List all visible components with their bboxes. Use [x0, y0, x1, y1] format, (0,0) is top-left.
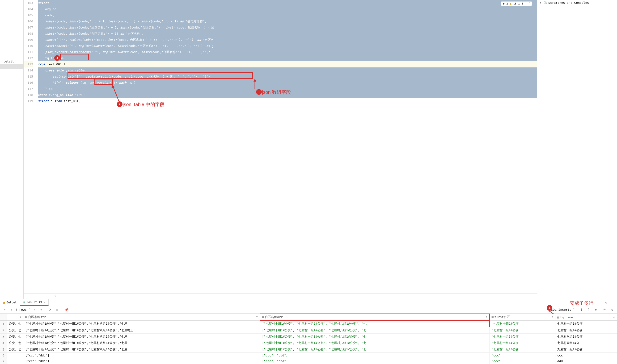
cell[interactable]: 公变、七 — [7, 346, 23, 353]
cell[interactable] — [7, 353, 23, 358]
code-line[interactable]: cast(concat('["', replace(substr(code, i… — [38, 74, 537, 80]
cell[interactable]: ["七屋村十组1#公变", "七屋村一组1#公变", "七屋村八组1#公变", … — [260, 346, 489, 353]
view-icon[interactable]: 👁 — [602, 307, 608, 312]
row-number[interactable]: 1 — [0, 320, 7, 327]
left-item-detail[interactable]: _detail — [0, 59, 23, 64]
table-row[interactable]: 4公变、七["七屋村十组1#公变","七屋村一组1#公变","七屋村八组1#公变… — [0, 340, 617, 346]
cell[interactable]: ["七屋村十组1#公变", "七屋村一组1#公变", "七屋村八组1#公变", … — [260, 327, 489, 334]
rownum-header[interactable] — [0, 314, 7, 320]
line-number[interactable]: 118 — [24, 92, 33, 98]
cell[interactable]: ["七屋村十组1#公变", "七屋村一组1#公变", "七屋村八组1#公变", … — [260, 334, 489, 340]
line-number[interactable]: 112 — [24, 55, 33, 61]
result-grid[interactable]: ♦ ▦台区名称str♦ ▦台区名称arr♦ ▦first台区♦ ▦tq_name… — [0, 313, 617, 364]
cell[interactable]: ["七屋村十组1#公变","七屋村一组1#公变","七屋村八组1#公变","七屋 — [23, 334, 260, 340]
cell[interactable]: 七屋村十组1#公变 — [555, 320, 617, 327]
cell[interactable]: ["七屋村十组1#公变","七屋村一组1#公变","七屋村八组1#公变","七屋… — [23, 327, 260, 334]
table-row[interactable]: 5公变、七["七屋村十组1#公变","七屋村一组1#公变","七屋村八组1#公变… — [0, 346, 617, 353]
code-line[interactable]: select * from test_001; — [38, 98, 537, 104]
cell[interactable]: ["七屋村十组1#公变","七屋村一组1#公变","七屋村八组1#公变","七屋 — [23, 320, 260, 327]
row-number[interactable]: 7 — [0, 358, 7, 364]
row-number[interactable]: 6 — [0, 353, 7, 358]
code-line[interactable]: substr(code, instr(code,':') + 1, instr(… — [38, 18, 537, 25]
line-number[interactable]: 103 — [24, 0, 33, 6]
output-tab[interactable]: ▣ Output — [0, 299, 20, 306]
cell[interactable]: 九屋村一组1#公变 — [555, 346, 617, 353]
cell[interactable] — [7, 358, 23, 364]
line-number[interactable]: 108 — [24, 31, 33, 37]
code-line[interactable]: substr(code, instr(code,'台区名称:') + 5) as… — [38, 31, 537, 37]
cell[interactable]: "七屋村十组1#公变 — [490, 327, 555, 334]
line-number[interactable]: 116 — [24, 80, 33, 86]
cell[interactable]: 公变、七 — [7, 340, 23, 346]
import-icon[interactable]: ⤒ — [586, 307, 591, 312]
filler-column[interactable]: ♦ — [7, 314, 23, 320]
dropdown-icon[interactable]: ˅ — [28, 308, 30, 312]
code-line[interactable]: ) tq — [38, 86, 537, 92]
scratches-node[interactable]: › ⓘ Scratches and Consoles — [539, 1, 615, 4]
cell[interactable]: "七屋村十组1#公变 — [490, 346, 555, 353]
column-header-tqname[interactable]: ▦tq_name♦ — [555, 314, 617, 320]
pin-icon[interactable]: 📌 — [63, 307, 70, 312]
line-number[interactable]: 119 — [24, 98, 33, 104]
cell[interactable]: ["七屋村十组1#公变","七屋村一组1#公变","七屋村八组1#公变","七屋 — [23, 340, 260, 346]
panel-hide-icon[interactable]: — — [610, 301, 612, 304]
panel-settings-icon[interactable]: ⚙ — [605, 301, 607, 304]
line-number[interactable]: 111 — [24, 49, 33, 55]
line-number[interactable]: 115 — [24, 74, 33, 80]
cell[interactable]: "ccc" — [490, 358, 555, 364]
left-item-selected[interactable] — [0, 64, 23, 69]
line-number[interactable]: 113 — [24, 61, 33, 67]
row-number[interactable]: 3 — [0, 334, 7, 340]
table-row[interactable]: 3公变、七["七屋村十组1#公变","七屋村一组1#公变","七屋村八组1#公变… — [0, 334, 617, 340]
cell[interactable]: ["七屋村十组1#公变","七屋村一组1#公变","七屋村八组1#公变","七屋 — [23, 346, 260, 353]
code-line[interactable]: concat('["', replace(substr(code, instr(… — [38, 37, 537, 43]
cell[interactable]: "七屋村十组1#公变 — [490, 334, 555, 340]
cell[interactable]: 公变、七 — [7, 327, 23, 334]
code-line[interactable]: code, — [38, 12, 537, 18]
line-number[interactable]: 110 — [24, 43, 33, 49]
cell[interactable]: ccc — [555, 353, 617, 358]
line-number[interactable]: 105 — [24, 12, 33, 18]
row-number[interactable]: 5 — [0, 346, 7, 353]
extractor-label[interactable]: SQL Inserts — [551, 308, 571, 312]
line-number[interactable]: 106 — [24, 18, 33, 25]
column-header-str[interactable]: ▦台区名称str♦ — [23, 314, 260, 320]
code-line[interactable]: select — [38, 0, 537, 6]
code-line[interactable]: cross join json_table( — [38, 67, 537, 74]
code-line[interactable]: cast(concat('["', replace(substr(code, i… — [38, 43, 537, 49]
row-number[interactable]: 2 — [0, 327, 7, 334]
code-editor[interactable]: 1031041051061071081091101111121131141151… — [24, 0, 537, 294]
cell[interactable]: ["ccc", "ddd"] — [260, 353, 489, 358]
line-number[interactable]: 104 — [24, 6, 33, 12]
code-line[interactable]: '$[*]' columns (tq_name varchar(50) path… — [38, 80, 537, 86]
cell[interactable]: ["七屋村十组1#公变", "七屋村一组1#公变", "七屋村八组1#公变", … — [260, 340, 489, 346]
line-number[interactable]: 114 — [24, 67, 33, 74]
line-number[interactable]: 109 — [24, 37, 33, 43]
cell[interactable]: "七屋村十组1#公变 — [490, 320, 555, 327]
table-row[interactable]: 1公变、七["七屋村十组1#公变","七屋村一组1#公变","七屋村八组1#公变… — [0, 320, 617, 327]
cell[interactable]: 七屋村一组1#公变 — [555, 327, 617, 334]
inspection-badge[interactable]: ●2 ▲18 ▲3 ˄ ˅ — [501, 1, 532, 6]
line-number[interactable]: 107 — [24, 25, 33, 31]
export-icon[interactable]: ⤓ — [579, 307, 584, 312]
compare-icon[interactable]: ⇄ — [593, 307, 598, 312]
table-row[interactable]: 7["ccc","ddd"]["ccc", "ddd"]"ccc"ddd — [0, 358, 617, 364]
close-tab-icon[interactable]: × — [43, 300, 45, 304]
cell[interactable]: "七屋村十组1#公变 — [490, 340, 555, 346]
code-line[interactable]: from test_001 t — [38, 61, 537, 67]
column-header-first[interactable]: ▦first台区♦ — [490, 314, 555, 320]
code-line[interactable]: tq.tq_name — [38, 55, 537, 61]
next-highlight[interactable]: ˅ — [528, 2, 530, 5]
prev-highlight[interactable]: ˄ — [525, 2, 527, 5]
code-line[interactable]: json_extract(cast(concat('["', replace(s… — [38, 49, 537, 55]
last-page-icon[interactable]: ⇥ — [39, 307, 43, 312]
prev-page-icon[interactable]: ‹ — [9, 307, 14, 312]
first-page-icon[interactable]: ⇤ — [2, 307, 7, 312]
code-line[interactable]: where t.org_no like '42%'; — [38, 92, 537, 98]
code-line[interactable]: org_no, — [38, 6, 537, 12]
row-number[interactable]: 4 — [0, 340, 7, 346]
cell[interactable]: 七屋村八组1#公变 — [555, 334, 617, 340]
cell[interactable]: ["ccc", "ddd"] — [260, 358, 489, 364]
line-number[interactable]: 117 — [24, 86, 33, 92]
extractor-dropdown-icon[interactable]: ˅ — [573, 308, 575, 312]
